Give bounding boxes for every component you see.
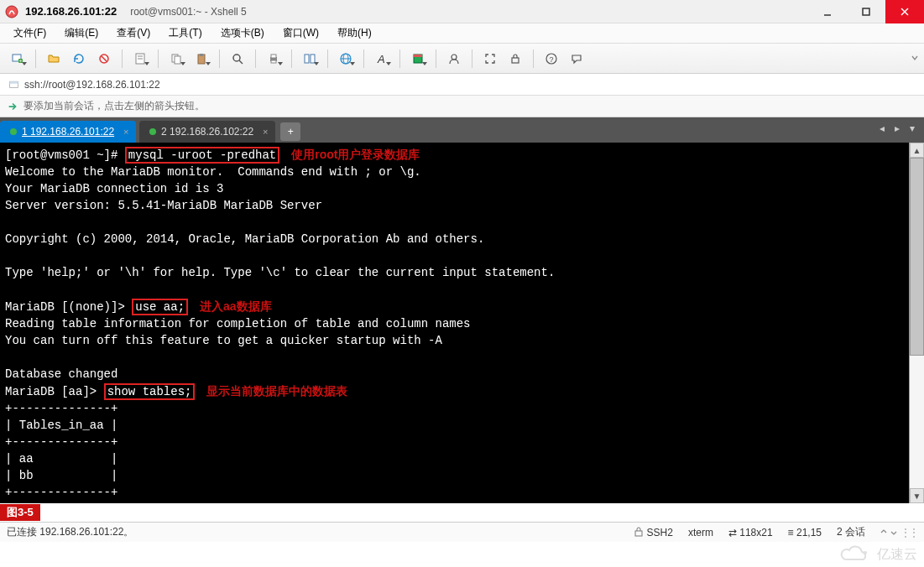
menu-help[interactable]: 帮助(H) [332,24,377,42]
connection-status-icon [149,128,156,135]
term-line: Type 'help;' or '\h' for help. Type '\c'… [5,266,555,279]
figure-label-row: 图3-5 [0,503,924,522]
svg-point-0 [6,6,18,18]
term-line: Welcome to the MariaDB monitor. Commands… [5,165,421,179]
annotation: 使用root用户登录数据库 [291,148,420,161]
svg-point-37 [864,551,867,554]
close-button[interactable] [885,0,924,23]
app-icon [5,5,18,18]
title-ip: 192.168.26.101:22 [25,5,117,18]
status-protocol: SSH2 [634,527,673,538]
scroll-thumb[interactable] [910,158,924,356]
svg-rect-29 [414,55,422,57]
term-line: Your MariaDB connection id is 3 [5,182,223,195]
tab-close-icon[interactable]: × [260,127,270,137]
address-bar[interactable]: ssh://root@192.168.26.101:22 [0,74,924,96]
add-session-arrow-icon[interactable] [7,101,18,112]
lock-icon[interactable] [504,48,526,70]
properties-icon[interactable] [129,48,151,70]
terminal-scrollbar[interactable]: ▲ ▼ [909,143,924,503]
highlighted-command: use aa; [132,299,188,315]
term-line: [root@vms001 ~]# mysql -uroot -predhat使用… [5,148,420,162]
toolbar-separator [158,49,159,68]
toolbar-separator [436,49,436,68]
term-line: | aa | [5,452,117,466]
menu-tabs[interactable]: 选项卡(B) [216,24,269,42]
menu-bar: 文件(F) 编辑(E) 查看(V) 工具(T) 选项卡(B) 窗口(W) 帮助(… [0,23,924,44]
toolbar-menu-icon[interactable] [911,53,924,65]
tab-list-icon[interactable]: ▾ [906,122,919,134]
svg-rect-35 [10,81,18,83]
encoding-icon[interactable] [335,48,357,70]
menu-edit[interactable]: 编辑(E) [60,24,103,42]
print-icon[interactable] [263,48,285,70]
find-icon[interactable] [227,48,248,70]
tab-session-2[interactable]: 2 192.168.26.102:22 × [139,121,275,143]
scroll-down-icon[interactable]: ▼ [910,488,924,503]
open-icon[interactable] [43,48,65,70]
term-line: Reading table information for completion… [5,317,471,330]
term-line: | bb | [5,469,117,482]
terminal[interactable]: [root@vms001 ~]# mysql -uroot -predhat使用… [0,143,924,503]
highlighted-command: mysql -uroot -predhat [125,147,279,164]
toolbar-separator [219,49,220,68]
menu-file[interactable]: 文件(F) [8,24,51,42]
help-icon[interactable]: ? [540,48,562,70]
toolbar-separator [327,49,328,68]
window-controls [808,0,924,23]
menu-view[interactable]: 查看(V) [112,24,155,42]
info-hint: 要添加当前会话，点击左侧的箭头按钮。 [23,99,205,113]
connection-status-icon [10,128,17,135]
highlighted-command: show tables; [104,383,196,400]
term-line: | Tables_in_aa | [5,419,117,432]
svg-point-30 [452,55,457,60]
layout-icon[interactable] [299,48,321,70]
address-text: ssh://root@192.168.26.101:22 [24,79,160,91]
svg-rect-23 [311,55,315,63]
reconnect-icon[interactable] [68,48,90,70]
scroll-up-icon[interactable]: ▲ [910,143,924,158]
term-line: MariaDB [aa]> show tables;显示当前数据库中的数据表 [5,385,347,398]
svg-rect-14 [175,56,180,64]
svg-rect-36 [635,531,642,536]
fullscreen-icon[interactable] [479,48,501,70]
terminal-container: [root@vms001 ~]# mysql -uroot -predhat使用… [0,143,924,503]
tab-add-button[interactable]: + [280,122,300,141]
menu-window[interactable]: 窗口(W) [278,24,324,42]
lock-status-icon [634,527,644,537]
color-scheme-icon[interactable] [407,48,429,70]
ssh-url-icon [8,79,19,90]
new-session-icon[interactable]: + [7,48,29,70]
svg-line-9 [102,56,107,61]
tab-label: 2 192.168.26.102:22 [161,126,253,138]
font-icon[interactable]: A [371,48,393,70]
status-bar: 已连接 192.168.26.101:22。 SSH2 xterm ⇄ 118x… [0,522,924,542]
term-line: Database changed [5,367,117,381]
feedback-icon[interactable] [566,48,587,70]
toolbar-separator [363,49,364,68]
disconnect-icon[interactable] [93,48,115,70]
tab-next-icon[interactable]: ▸ [890,122,904,134]
svg-rect-31 [512,58,519,63]
tab-nav: ◂ ▸ ▾ [875,122,919,134]
watermark-text: 亿速云 [877,546,917,564]
status-connection: 已连接 192.168.26.101:22。 [7,525,133,539]
term-line: MariaDB [(none)]> use aa;进入aa数据库 [5,300,272,314]
tab-session-1[interactable]: 1 192.168.26.101:22 × [0,121,136,143]
scroll-track[interactable] [910,158,924,488]
menu-tools[interactable]: 工具(T) [164,24,206,42]
tab-prev-icon[interactable]: ◂ [875,122,889,134]
paste-icon[interactable] [191,48,212,70]
term-line: +--------------+ [5,486,117,499]
maximize-button[interactable] [847,0,885,23]
copy-icon[interactable] [165,48,187,70]
svg-text:?: ? [549,55,553,64]
user-icon[interactable] [443,48,465,70]
svg-rect-22 [305,55,309,63]
status-sessions: 2 会话 [837,525,865,539]
tab-close-icon[interactable]: × [121,127,131,137]
svg-text:A: A [377,53,385,65]
toolbar-separator [122,49,123,68]
minimize-button[interactable] [808,0,847,23]
term-line: +--------------+ [5,435,117,449]
